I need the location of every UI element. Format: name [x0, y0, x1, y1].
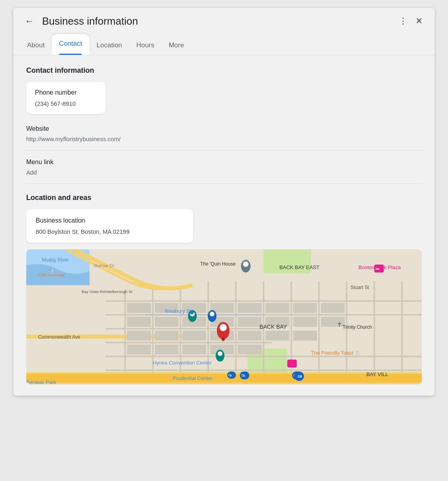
- svg-text:🛏: 🛏: [376, 266, 380, 271]
- svg-text:Muddy River: Muddy River: [42, 257, 69, 263]
- website-section: Website http://www.myfloristrybusiness.c…: [26, 117, 422, 151]
- back-button[interactable]: ←: [23, 15, 36, 27]
- svg-rect-24: [127, 303, 151, 313]
- phone-value: (234) 567-8910: [35, 100, 97, 107]
- menu-link-value[interactable]: Add: [26, 169, 422, 176]
- tabs-bar: About Contact Location Hours More: [14, 34, 434, 55]
- svg-text:Fenway Park: Fenway Park: [26, 379, 56, 384]
- svg-text:🔵: 🔵: [190, 310, 194, 314]
- contact-section-title: Contact information: [26, 66, 422, 75]
- svg-text:Storrow Dr: Storrow Dr: [93, 264, 114, 268]
- website-value[interactable]: http://www.myfloristrybusiness.com/: [26, 136, 422, 142]
- tab-more[interactable]: More: [162, 36, 191, 55]
- svg-text:🛍: 🛍: [228, 373, 232, 377]
- header: ← Business information ⋮ ✕: [14, 8, 434, 34]
- svg-rect-45: [266, 331, 290, 341]
- svg-rect-92: [287, 360, 297, 368]
- business-info-panel: ← Business information ⋮ ✕ About Contact…: [14, 8, 434, 396]
- tab-contact[interactable]: Contact: [52, 34, 89, 55]
- content-area: Contact information Phone number (234) 5…: [14, 55, 434, 396]
- svg-text:The Friendly Toast 🍴: The Friendly Toast 🍴: [311, 350, 361, 356]
- svg-rect-41: [155, 331, 179, 341]
- svg-point-81: [220, 324, 227, 331]
- svg-text:Hynes Convention Center: Hynes Convention Center: [153, 360, 212, 366]
- svg-text:🛍: 🛍: [241, 373, 245, 378]
- svg-rect-51: [238, 345, 262, 355]
- phone-label: Phone number: [35, 89, 97, 96]
- business-location-card[interactable]: Business location 800 Boylston St, Bosto…: [26, 209, 193, 243]
- business-location-label: Business location: [36, 217, 183, 224]
- svg-text:Marlborough St: Marlborough St: [105, 289, 132, 294]
- svg-rect-33: [155, 317, 179, 327]
- svg-rect-46: [293, 331, 317, 341]
- svg-text:Bay State Rd: Bay State Rd: [81, 289, 105, 294]
- svg-rect-29: [266, 303, 290, 313]
- svg-point-79: [210, 312, 214, 316]
- svg-point-84: [218, 351, 222, 356]
- svg-rect-53: [26, 374, 422, 382]
- svg-rect-47: [127, 345, 151, 355]
- svg-text:BACK BAY EAST: BACK BAY EAST: [279, 264, 319, 270]
- header-right: ⋮ ✕: [396, 14, 425, 28]
- svg-rect-38: [293, 317, 317, 327]
- location-areas-section: Location and areas Business location 800…: [26, 184, 422, 384]
- close-button[interactable]: ✕: [413, 14, 425, 28]
- tab-hours[interactable]: Hours: [129, 36, 161, 55]
- svg-rect-30: [293, 303, 317, 313]
- svg-text:Prudential Center: Prudential Center: [173, 375, 213, 381]
- svg-rect-48: [155, 345, 179, 355]
- svg-text:Trinity Church: Trinity Church: [343, 324, 372, 330]
- svg-rect-40: [127, 331, 151, 341]
- tab-location[interactable]: Location: [89, 36, 129, 55]
- more-options-button[interactable]: ⋮: [396, 14, 410, 28]
- page-title: Business information: [42, 15, 138, 27]
- svg-text:🍴: 🍴: [48, 269, 55, 275]
- tab-about[interactable]: About: [20, 36, 52, 55]
- svg-text:The 'Quin House: The 'Quin House: [200, 261, 236, 267]
- svg-rect-32: [127, 317, 151, 327]
- svg-point-82: [222, 338, 225, 341]
- svg-rect-44: [238, 331, 262, 341]
- svg-text:BAY VILL: BAY VILL: [367, 371, 388, 377]
- svg-text:Stuart St: Stuart St: [351, 285, 369, 290]
- svg-text:Commonwealth Ave: Commonwealth Ave: [38, 334, 80, 340]
- svg-rect-36: [238, 317, 262, 327]
- map-container[interactable]: Muddy River Cafe sauvage 🍴 Bay State Rd …: [26, 249, 422, 384]
- svg-rect-28: [238, 303, 262, 313]
- business-location-value: 800 Boylston St, Boston, MA 02199: [36, 228, 183, 235]
- svg-rect-42: [182, 331, 206, 341]
- svg-point-74: [243, 262, 249, 267]
- svg-text:BACK BAY: BACK BAY: [260, 324, 287, 330]
- header-left: ← Business information: [23, 15, 138, 27]
- menu-link-label: Menu link: [26, 159, 422, 166]
- website-label: Website: [26, 125, 422, 132]
- svg-rect-31: [321, 303, 345, 313]
- phone-card[interactable]: Phone number (234) 567-8910: [26, 82, 106, 114]
- menu-link-section: Menu link Add: [26, 151, 422, 184]
- svg-text:Newbury St: Newbury St: [165, 308, 191, 314]
- location-section-title: Location and areas: [26, 194, 422, 202]
- svg-text:28: 28: [297, 374, 302, 378]
- svg-rect-49: [182, 345, 206, 355]
- svg-text:✝: ✝: [337, 321, 342, 328]
